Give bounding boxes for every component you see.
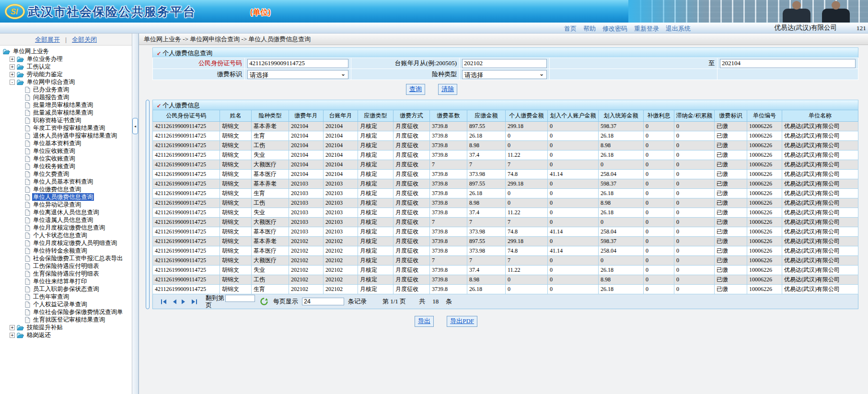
sidebar-item-label: 单位离退休人员信息查询 xyxy=(32,209,100,216)
sidebar-item[interactable]: 单位实收账查询 xyxy=(0,155,132,162)
sidebar-item[interactable]: 已办业务查询 xyxy=(0,86,132,93)
header-photo xyxy=(628,0,868,23)
sidebar-item[interactable]: 工伤年审查询 xyxy=(0,293,132,301)
sidebar-item[interactable]: 单位离退休人员信息查询 xyxy=(0,209,132,216)
goto-page-label: 翻到第 xyxy=(206,295,224,301)
sidebar-item[interactable]: +劳动能力鉴定 xyxy=(0,70,132,78)
table-cell: 41.14 xyxy=(548,170,599,179)
sidebar-item[interactable]: 单位人员缴费信息查询 xyxy=(0,193,132,201)
table-cell: 10006226 xyxy=(747,208,782,218)
export-pdf-button[interactable]: 导出PDF xyxy=(447,316,477,327)
expand-all-link[interactable]: 全部展开 xyxy=(35,36,60,43)
sidebar-item[interactable]: 职称资格证书查询 xyxy=(0,116,132,124)
collapse-arrow-icon: ◂ xyxy=(134,124,136,128)
sidebar-item[interactable]: 批量增员审核结果查询 xyxy=(0,101,132,109)
ins-type-select[interactable]: 请选择⌄ xyxy=(462,70,547,79)
sidebar-item[interactable]: 员工入职前参保状态查询 xyxy=(0,285,132,293)
expand-plus-icon[interactable]: + xyxy=(10,64,15,70)
goto-page-input[interactable] xyxy=(225,295,255,302)
query-button[interactable]: 查询 xyxy=(406,84,425,95)
table-cell: 202104 xyxy=(289,160,324,170)
sidebar-item[interactable]: 单位月度核定缴费信息查询 xyxy=(0,224,132,232)
sidebar-item[interactable]: +稳岗返还 xyxy=(0,331,132,339)
nav-link[interactable]: 退出系统 xyxy=(666,25,691,32)
first-page-icon[interactable] xyxy=(161,299,167,304)
sidebar-item[interactable]: 单位欠费查询 xyxy=(0,170,132,178)
expand-plus-icon[interactable]: + xyxy=(10,325,15,330)
refresh-icon[interactable] xyxy=(260,298,268,305)
table-cell: 失业 xyxy=(252,266,289,275)
collapse-all-link[interactable]: 全部关闭 xyxy=(72,36,97,43)
table-cell: 3739.8 xyxy=(430,189,467,198)
folder-icon xyxy=(17,79,24,85)
sidebar-item[interactable]: +技能提升补贴 xyxy=(0,324,132,331)
nav-link[interactable]: 帮助 xyxy=(583,25,596,32)
clear-button[interactable]: 清除 xyxy=(438,84,457,95)
table-cell: 10006226 xyxy=(747,160,782,170)
sidebar-item[interactable]: 单位应收账查询 xyxy=(0,147,132,155)
sidebar-item[interactable]: 单位待转金余额查询 xyxy=(0,247,132,255)
id-number-input[interactable] xyxy=(247,59,348,68)
table-cell: 优易达(武汉)有限公司 xyxy=(782,170,858,179)
per-page-input[interactable] xyxy=(302,298,344,305)
table-cell: 优易达(武汉)有限公司 xyxy=(782,208,858,218)
sidebar-item-label: 单位人员基本资料查询 xyxy=(32,178,94,185)
goto-page-suffix: 页 xyxy=(206,302,255,309)
table-cell: 0 xyxy=(644,208,674,218)
table-cell: 月核定 xyxy=(358,151,393,160)
table-cell: 202103 xyxy=(324,227,358,237)
sidebar-item[interactable]: +工伤认定 xyxy=(0,63,132,70)
sidebar-item[interactable]: 生育保险待遇应付明细表 xyxy=(0,270,132,278)
table-cell: 0 xyxy=(506,275,548,285)
table-cell: 421126199009114725 xyxy=(153,218,220,227)
sidebar-item[interactable]: 问题报告查询 xyxy=(0,93,132,101)
sidebar-item[interactable]: 单位月度核定缴费人员明细查询 xyxy=(0,239,132,247)
sidebar-item[interactable]: 年度工资申报审核结果查询 xyxy=(0,124,132,132)
table-cell: 421126199009114725 xyxy=(153,179,220,189)
nav-link[interactable]: 首页 xyxy=(564,25,577,32)
pay-flag-select[interactable]: 请选择⌄ xyxy=(247,70,348,79)
sidebar-item[interactable]: 社会保险缴费工资申报汇总表导出 xyxy=(0,255,132,262)
last-page-icon[interactable] xyxy=(191,299,197,304)
sidebar-item[interactable]: 批量减员审核结果查询 xyxy=(0,109,132,116)
sidebar-item[interactable]: 单位异动记录查询 xyxy=(0,201,132,209)
expand-plus-icon[interactable]: + xyxy=(10,57,15,62)
sidebar-item[interactable]: 单位往来结算单打印 xyxy=(0,278,132,285)
sidebar-collapse-handle[interactable]: ◂ xyxy=(132,118,138,134)
sidebar-item[interactable]: 单位社会保险参保缴费情况查询单 xyxy=(0,308,132,316)
expand-plus-icon[interactable]: + xyxy=(10,333,15,338)
sidebar-item[interactable]: 生育就医登记审核结果查询 xyxy=(0,316,132,324)
sidebar-item[interactable]: 工伤保险待遇应付明细表 xyxy=(0,262,132,270)
sidebar-item[interactable]: 单位基本资料查询 xyxy=(0,139,132,147)
main-content: 单位网上业务 -> 单位网申综合查询 -> 单位人员缴费信息查询 ↙个人缴费信息… xyxy=(139,34,868,394)
sidebar-item[interactable]: 个人权益记录单查询 xyxy=(0,301,132,308)
sidebar-item[interactable]: -单位网申综合查询 xyxy=(0,78,132,86)
sidebar-item[interactable]: 退休人员待遇申报审核结果查询 xyxy=(0,132,132,139)
next-page-icon[interactable] xyxy=(181,299,186,304)
period-to-input[interactable] xyxy=(720,59,856,68)
table-cell: 已缴 xyxy=(715,266,747,275)
table-cell: 202102 xyxy=(324,275,358,285)
sidebar-item[interactable]: 个人卡状态信息查询 xyxy=(0,232,132,239)
expand-plus-icon[interactable]: + xyxy=(10,72,15,77)
sidebar-item[interactable]: 单位人员基本资料查询 xyxy=(0,178,132,185)
app-banner: SI 武汉市社会保险公共服务平台 (单位) xyxy=(0,0,868,23)
nav-link[interactable]: 重新登录 xyxy=(634,25,659,32)
sidebar-item[interactable]: +单位业务办理 xyxy=(0,55,132,63)
table-cell: 已缴 xyxy=(715,256,747,266)
collapse-minus-icon[interactable]: - xyxy=(10,80,15,85)
sidebar-item[interactable]: 单位税务账查询 xyxy=(0,162,132,170)
table-cell: 3739.8 xyxy=(430,122,467,131)
table-cell: 胡锦文 xyxy=(220,227,252,237)
nav-link[interactable]: 修改密码 xyxy=(602,25,627,32)
sidebar-item[interactable]: 单位遗属人员信息查询 xyxy=(0,216,132,224)
period-from-input[interactable] xyxy=(462,59,547,68)
table-row: 421126199009114725胡锦文基本养老202103202103月核定… xyxy=(153,179,858,189)
sidebar-item[interactable]: 单位缴费信息查询 xyxy=(0,185,132,193)
table-cell: 已缴 xyxy=(715,275,747,285)
table-cell: 3739.8 xyxy=(430,275,467,285)
export-button[interactable]: 导出 xyxy=(415,316,434,327)
sidebar-item[interactable]: 单位网上业务 xyxy=(0,47,132,55)
column-header: 缴费年月 xyxy=(289,110,324,122)
prev-page-icon[interactable] xyxy=(172,299,177,304)
